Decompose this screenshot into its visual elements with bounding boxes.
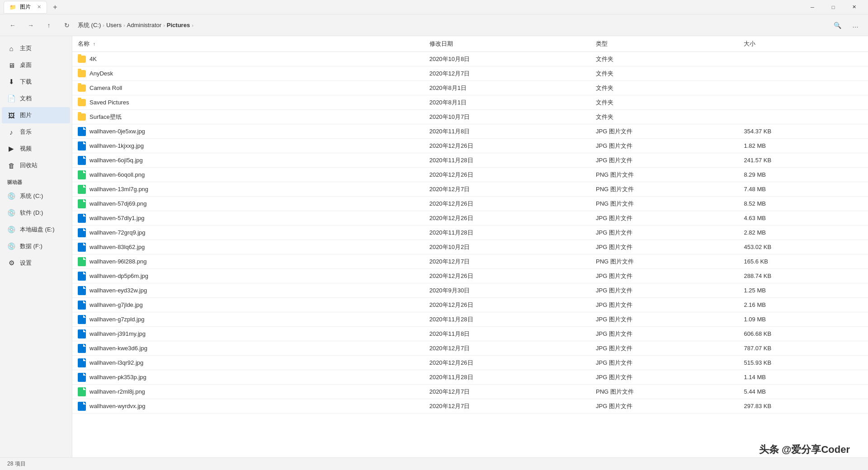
table-row[interactable]: Camera Roll2020年8月1日文件夹 [72, 81, 868, 95]
table-row[interactable]: wallhaven-g7jlde.jpg2020年12月26日JPG 图片文件2… [72, 298, 868, 312]
sidebar-item-documents[interactable]: 📄 文档 [2, 90, 70, 107]
breadcrumb-users[interactable]: Users [106, 22, 122, 28]
sidebar-item-f-drive[interactable]: 💿 数据 (F:) [2, 238, 70, 254]
table-row[interactable]: wallhaven-pk353p.jpg2020年11月28日JPG 图片文件1… [72, 370, 868, 385]
close-button[interactable]: ✕ [844, 0, 864, 14]
column-type[interactable]: 类型 [590, 36, 738, 52]
file-type: JPG 图片文件 [590, 139, 738, 153]
file-size: 606.68 KB [738, 327, 868, 341]
file-name: wallhaven-6ojl5q.jpg [90, 157, 143, 164]
file-name-cell-16: wallhaven-eyd32w.jpg [72, 283, 424, 298]
table-row[interactable]: wallhaven-kwe3d6.jpg2020年12月7日JPG 图片文件78… [72, 341, 868, 356]
file-type: JPG 图片文件 [590, 370, 738, 385]
sidebar-label-desktop: 桌面 [20, 61, 32, 69]
table-row[interactable]: wallhaven-g7zpld.jpg2020年11月28日JPG 图片文件1… [72, 312, 868, 327]
file-size: 787.07 KB [738, 341, 868, 356]
file-name-cell-15: wallhaven-dp5p6m.jpg [72, 269, 424, 283]
sidebar-item-music[interactable]: ♪ 音乐 [2, 124, 70, 140]
refresh-button[interactable]: ↻ [60, 18, 74, 33]
table-row[interactable]: wallhaven-r2ml8j.png2020年12月7日PNG 图片文件5.… [72, 385, 868, 399]
table-row[interactable]: wallhaven-j391my.jpg2020年11月8日JPG 图片文件60… [72, 327, 868, 341]
table-row[interactable]: wallhaven-wyrdvx.jpg2020年12月7日JPG 图片文件29… [72, 399, 868, 414]
column-name[interactable]: 名称 ↑ [72, 36, 424, 52]
folder-icon [78, 56, 86, 63]
breadcrumb-administrator[interactable]: Administrator [127, 22, 162, 28]
table-row[interactable]: wallhaven-96l288.png2020年12月7日PNG 图片文件16… [72, 254, 868, 269]
file-name-cell-17: wallhaven-g7jlde.jpg [72, 298, 424, 312]
file-type: JPG 图片文件 [590, 124, 738, 139]
sidebar-item-home[interactable]: ⌂ 主页 [2, 40, 70, 56]
table-row[interactable]: wallhaven-eyd32w.jpg2020年9月30日JPG 图片文件1.… [72, 283, 868, 298]
table-row[interactable]: wallhaven-dp5p6m.jpg2020年12月26日JPG 图片文件2… [72, 269, 868, 283]
table-row[interactable]: wallhaven-72grq9.jpg2020年11月28日JPG 图片文件2… [72, 226, 868, 240]
sidebar-item-settings[interactable]: ⚙ 设置 [2, 255, 70, 271]
breadcrumb: 系统 (C:) › Users › Administrator › Pictur… [78, 21, 826, 29]
file-size: 1.82 MB [738, 139, 868, 153]
jpg-icon [78, 315, 86, 324]
table-row[interactable]: wallhaven-0je5xw.jpg2020年11月8日JPG 图片文件35… [72, 124, 868, 139]
file-date: 2020年12月7日 [424, 399, 590, 414]
back-button[interactable]: ← [5, 18, 20, 33]
file-size: 297.83 KB [738, 399, 868, 414]
pictures-icon: 🖼 [7, 112, 15, 119]
table-row[interactable]: wallhaven-l3qr92.jpg2020年12月26日JPG 图片文件5… [72, 356, 868, 370]
sidebar-label-recycle: 回收站 [20, 161, 38, 169]
sidebar-item-e-drive[interactable]: 💿 本地磁盘 (E:) [2, 221, 70, 238]
breadcrumb-c[interactable]: 系统 (C:) [78, 21, 101, 29]
png-icon [78, 199, 86, 208]
column-date[interactable]: 修改日期 [424, 36, 590, 52]
table-row[interactable]: Surface壁纸2020年10月7日文件夹 [72, 110, 868, 124]
png-icon [78, 257, 86, 266]
sidebar-item-recycle[interactable]: 🗑 回收站 [2, 157, 70, 174]
sidebar-item-d-drive[interactable]: 💿 软件 (D:) [2, 205, 70, 221]
search-button[interactable]: 🔍 [830, 18, 844, 33]
file-name: wallhaven-wyrdvx.jpg [90, 403, 146, 409]
sidebar-item-c-drive[interactable]: 💿 系统 (C:) [2, 188, 70, 204]
jpg-icon [78, 344, 86, 353]
tab-close-icon[interactable]: ✕ [37, 4, 41, 10]
sidebar-item-desktop[interactable]: 🖥 桌面 [2, 57, 70, 73]
file-name: 4K [90, 56, 97, 62]
minimize-button[interactable]: ─ [802, 0, 823, 14]
table-row[interactable]: Saved Pictures2020年8月1日文件夹 [72, 95, 868, 110]
table-row[interactable]: wallhaven-57dly1.jpg2020年12月26日JPG 图片文件4… [72, 211, 868, 226]
active-tab[interactable]: 📁 图片 ✕ [4, 1, 47, 14]
more-options-button[interactable]: … [848, 18, 863, 33]
file-type: JPG 图片文件 [590, 153, 738, 168]
file-name: wallhaven-72grq9.jpg [90, 229, 146, 236]
table-row[interactable]: wallhaven-13ml7g.png2020年12月7日PNG 图片文件7.… [72, 182, 868, 197]
file-date: 2020年8月1日 [424, 81, 590, 95]
table-row[interactable]: AnyDesk2020年12月7日文件夹 [72, 66, 868, 81]
new-tab-button[interactable]: + [49, 1, 61, 14]
sidebar-item-pictures[interactable]: 🖼 图片 [2, 107, 70, 123]
folder-icon [78, 85, 86, 92]
file-date: 2020年12月26日 [424, 356, 590, 370]
jpg-icon [78, 141, 86, 150]
file-name-cell-4: Surface壁纸 [72, 110, 424, 124]
file-size: 1.25 MB [738, 283, 868, 298]
up-button[interactable]: ↑ [42, 18, 56, 33]
file-name-cell-10: wallhaven-57dj69.png [72, 197, 424, 211]
file-name: wallhaven-57dly1.jpg [90, 215, 144, 221]
forward-button[interactable]: → [24, 18, 38, 33]
file-name: wallhaven-0je5xw.jpg [90, 128, 145, 135]
file-name-cell-9: wallhaven-13ml7g.png [72, 182, 424, 197]
table-row[interactable]: 4K2020年10月8日文件夹 [72, 52, 868, 66]
table-row[interactable]: wallhaven-83lq62.jpg2020年10月2日JPG 图片文件45… [72, 240, 868, 254]
table-row[interactable]: wallhaven-6ojl5q.jpg2020年11月28日JPG 图片文件2… [72, 153, 868, 168]
column-size[interactable]: 大小 [738, 36, 868, 52]
table-row[interactable]: wallhaven-1kjxxg.jpg2020年12月26日JPG 图片文件1… [72, 139, 868, 153]
sidebar-item-videos[interactable]: ▶ 视频 [2, 141, 70, 157]
drive-d-icon: 💿 [7, 209, 15, 217]
sidebar-label-c: 系统 (C:) [20, 192, 43, 200]
file-date: 2020年12月7日 [424, 385, 590, 399]
jpg-icon [78, 127, 86, 136]
sidebar-item-downloads[interactable]: ⬇ 下载 [2, 74, 70, 90]
table-row[interactable]: wallhaven-6oqoll.png2020年12月26日PNG 图片文件8… [72, 168, 868, 182]
breadcrumb-pictures[interactable]: Pictures [167, 22, 190, 28]
table-row[interactable]: wallhaven-57dj69.png2020年12月26日PNG 图片文件8… [72, 197, 868, 211]
file-type: JPG 图片文件 [590, 312, 738, 327]
maximize-button[interactable]: □ [823, 0, 844, 14]
sep-3: › [163, 23, 165, 28]
file-type: PNG 图片文件 [590, 168, 738, 182]
